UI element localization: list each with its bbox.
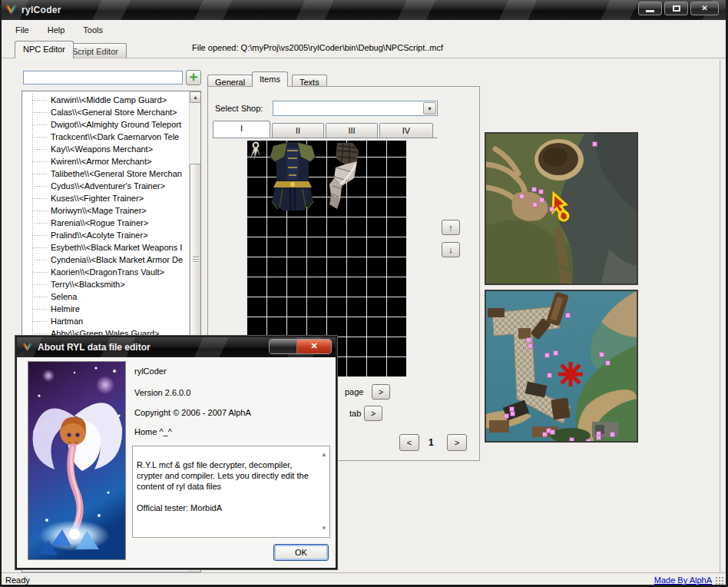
dropdown-icon: ▼ [427,106,432,111]
shop-combobox[interactable]: ▼ [273,101,438,116]
npc-tree-item[interactable]: Terry\\<Blacksmith> [22,278,190,290]
npc-tree-item[interactable]: Cyndenia\\<Black Market Armor De [22,254,190,266]
tree-scroll-up-button[interactable]: ▲ [190,91,201,103]
npc-position-dot [528,344,532,348]
scroll-up-icon[interactable]: ▲ [321,449,327,460]
credit-link[interactable]: Made By AlphA [654,575,712,585]
npc-search-input[interactable] [23,71,183,85]
shop-page-tab-1[interactable]: I [213,121,270,138]
move-item-down-button[interactable]: ↓ [442,242,460,257]
npc-tree-item[interactable]: Kwiren\\<Armor Merchant> [22,155,190,167]
dialog-minimize-button[interactable] [270,340,297,353]
about-artwork [28,361,126,560]
ok-button[interactable]: OK [273,544,329,561]
npc-position-dot [606,361,610,365]
maximize-icon [673,5,680,12]
move-item-up-button[interactable]: ↑ [442,220,460,235]
npc-tree-item[interactable]: Kay\\<Weapons Merchant> [22,143,190,155]
tab-items[interactable]: Items [252,71,288,87]
npc-position-dot [511,412,515,416]
resize-grip[interactable] [715,576,724,585]
green-target-icon: ✛ [190,71,198,83]
menu-tools[interactable]: Tools [83,25,103,35]
dialog-close-icon: ✕ [310,341,317,350]
next-page-button[interactable]: > [447,434,467,451]
npc-position-dot [548,373,551,377]
about-dialog: About RYL data file editor ✕ [15,336,337,569]
about-description-text: R.Y.L mcf & gsf file decrypter, decompil… [137,460,309,512]
npc-tree-item[interactable]: Dwigot\\<Almighty Ground Teleport [22,118,190,131]
menu-file[interactable]: File [15,25,29,35]
npc-position-dot [554,351,558,355]
npc-tree-item[interactable]: Pralind\\<Acolyte Trainer> [22,229,190,241]
menu-bar: File Help Tools [2,20,726,39]
minimize-icon [646,10,654,12]
app-window: rylCoder ✕ File Help Tools NPC Editor Sc… [0,0,728,587]
minimize-button[interactable] [638,2,662,15]
pane-divider [2,58,726,58]
gauntlet-item-icon[interactable] [326,141,361,211]
panel-divider [720,60,721,572]
right-chevron-icon: > [455,438,459,447]
copy-to-page-label: page [345,387,363,396]
world-map-harbor[interactable] [485,290,638,443]
npc-position-dot [550,207,554,211]
npc-position-dot [597,436,601,439]
world-map-terrain[interactable] [485,132,638,285]
about-version: Version 2.6.0.0 [134,388,190,397]
npc-position-dot [532,187,536,191]
npc-position-dot [527,338,531,342]
npc-tree-item[interactable]: Kaorien\\<DragonTrans Vault> [22,266,190,278]
npc-tree-item[interactable]: Cydus\\<Adventurer's Trainer> [22,180,190,192]
about-app-name: rylCoder [134,366,167,376]
right-chevron-icon: > [379,387,383,396]
npc-position-dot [551,430,554,434]
about-home-link[interactable]: Home ^_^ [134,427,172,436]
npc-position-dot [533,203,537,207]
about-description[interactable]: R.Y.L mcf & gsf file decrypter, decompil… [132,446,330,538]
menu-help[interactable]: Help [48,25,65,35]
npc-tree-item[interactable]: Calas\\<General Store Merchant> [22,106,190,118]
npc-tree-items: Karwin\\<Middle Camp Guard> Calas\\<Gene… [22,94,190,340]
shop-page-tab-4[interactable]: IV [379,123,433,138]
armor-item-icon[interactable] [267,141,318,214]
npc-tree-item[interactable]: Kuses\\<Fighter Trainer> [22,192,190,204]
npc-tree-item[interactable]: Trackcent\\<Dark Caernarvon Tele [22,131,190,143]
scroll-down-icon[interactable]: ▼ [321,523,327,534]
copy-to-tab-button[interactable]: > [364,406,382,421]
status-text: Ready [5,575,30,585]
harbor-map-image [486,291,637,441]
status-bar: Ready Made By AlphA [2,572,726,587]
tab-npc-editor[interactable]: NPC Editor [15,41,74,58]
npc-tree-item[interactable]: Selena [22,290,190,303]
close-icon: ✕ [701,4,707,12]
copy-to-page-button[interactable]: > [372,384,390,400]
close-button[interactable]: ✕ [690,2,719,15]
left-chevron-icon: < [407,438,412,447]
page-number: 1 [429,437,434,448]
npc-tree-item[interactable]: Karwin\\<Middle Camp Guard> [22,94,190,106]
prev-page-button[interactable]: < [399,434,419,451]
npc-position-dot [520,194,524,198]
triangle-up-icon: ▲ [193,95,198,100]
npc-position-dot [505,414,508,418]
shop-page-tab-2[interactable]: II [272,123,324,138]
npc-position-dot [540,198,544,202]
npc-position-dot [545,353,549,357]
npc-tree-item[interactable]: Moriwyn\\<Mage Trainer> [22,204,190,217]
right-chevron-icon: > [371,409,376,418]
npc-tree-item[interactable]: Rarenia\\<Rogue Trainer> [22,217,190,229]
dialog-title: About RYL data file editor [38,342,151,353]
shop-page-tab-3[interactable]: III [326,123,378,138]
claw-item-icon[interactable] [247,141,266,161]
npc-position-dot [566,313,570,317]
npc-tree-item[interactable]: Talibethe\\<General Store Merchan [22,167,190,180]
npc-tree-item[interactable]: Hartman [22,315,190,327]
file-opened-label: File opened: Q:\myProj\vs2005\rylCoder\b… [192,43,443,52]
dialog-close-button[interactable]: ✕ [297,340,331,353]
npc-tree-item[interactable]: Helmire [22,303,190,315]
npc-tree-item[interactable]: Esybeth\\<Black Market Weapons I [22,241,190,254]
maximize-button[interactable] [664,2,688,15]
search-target-button[interactable]: ✛ [186,70,201,85]
shop-dropdown-button[interactable]: ▼ [423,102,436,114]
